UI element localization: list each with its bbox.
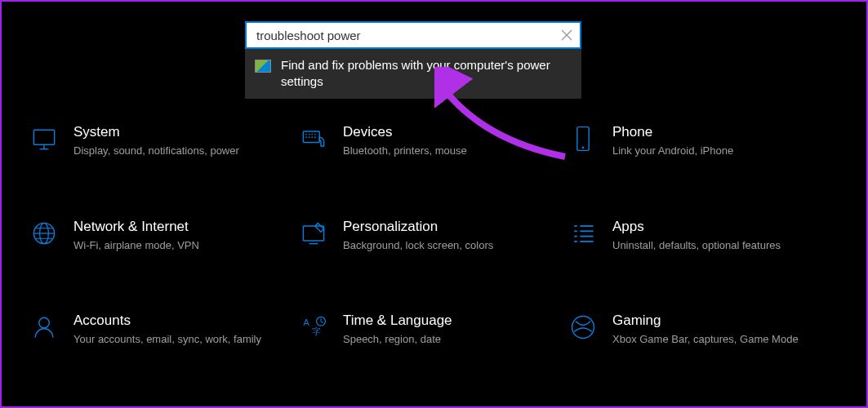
- accounts-icon: [29, 313, 59, 342]
- svg-text:A: A: [303, 317, 309, 327]
- tile-personalization[interactable]: Personalization Background, lock screen,…: [299, 219, 568, 253]
- troubleshoot-icon: [255, 60, 271, 73]
- tile-title: System: [73, 124, 239, 140]
- tile-devices[interactable]: Devices Bluetooth, printers, mouse: [299, 124, 568, 158]
- search-suggestion[interactable]: Find and fix problems with your computer…: [245, 49, 581, 99]
- tile-subtitle: Xbox Game Bar, captures, Game Mode: [612, 332, 799, 347]
- svg-text:字: 字: [312, 326, 321, 336]
- svg-point-13: [314, 136, 316, 138]
- personalization-icon: [299, 219, 328, 248]
- globe-icon: [29, 219, 59, 248]
- svg-point-12: [311, 136, 313, 138]
- tile-title: Accounts: [73, 313, 261, 329]
- tile-title: Gaming: [612, 313, 799, 329]
- search-container: Find and fix problems with your computer…: [245, 21, 581, 99]
- tile-subtitle: Wi-Fi, airplane mode, VPN: [73, 238, 199, 253]
- tile-time-language[interactable]: A 字 Time & Language Speech, region, date: [299, 313, 568, 347]
- svg-rect-21: [303, 226, 323, 241]
- tile-system[interactable]: System Display, sound, notifications, po…: [29, 124, 299, 158]
- tile-subtitle: Bluetooth, printers, mouse: [343, 144, 467, 158]
- search-input[interactable]: [256, 29, 560, 42]
- tile-title: Network & Internet: [73, 219, 199, 235]
- tile-subtitle: Your accounts, email, sync, work, family: [73, 332, 261, 347]
- svg-point-37: [572, 317, 594, 339]
- svg-point-10: [305, 136, 307, 138]
- tile-subtitle: Uninstall, defaults, optional features: [612, 238, 781, 253]
- svg-point-11: [309, 136, 310, 138]
- svg-point-7: [309, 134, 310, 135]
- tile-accounts[interactable]: Accounts Your accounts, email, sync, wor…: [29, 313, 299, 347]
- svg-point-31: [39, 317, 50, 328]
- devices-icon: [299, 124, 328, 153]
- tile-title: Apps: [612, 219, 781, 235]
- apps-icon: [568, 219, 598, 248]
- tile-subtitle: Link your Android, iPhone: [612, 144, 733, 158]
- tile-subtitle: Speech, region, date: [343, 332, 452, 347]
- clear-icon[interactable]: [560, 29, 573, 42]
- tile-title: Time & Language: [343, 313, 452, 329]
- svg-rect-2: [33, 130, 54, 144]
- system-icon: [29, 124, 59, 153]
- tile-title: Devices: [343, 124, 467, 140]
- tile-title: Personalization: [343, 219, 493, 235]
- tile-subtitle: Display, sound, notifications, power: [73, 144, 239, 158]
- gaming-icon: [568, 313, 598, 342]
- settings-grid: System Display, sound, notifications, po…: [29, 124, 850, 347]
- tile-network[interactable]: Network & Internet Wi-Fi, airplane mode,…: [29, 219, 299, 253]
- svg-point-6: [305, 134, 307, 135]
- tile-phone[interactable]: Phone Link your Android, iPhone: [568, 124, 838, 158]
- tile-title: Phone: [612, 124, 733, 140]
- tile-apps[interactable]: Apps Uninstall, defaults, optional featu…: [568, 219, 838, 253]
- svg-point-15: [582, 146, 585, 149]
- phone-icon: [568, 124, 598, 153]
- svg-point-8: [311, 134, 313, 135]
- tile-gaming[interactable]: Gaming Xbox Game Bar, captures, Game Mod…: [568, 313, 838, 347]
- svg-line-36: [321, 322, 323, 323]
- svg-point-9: [314, 134, 316, 135]
- suggestion-text: Find and fix problems with your computer…: [281, 57, 572, 91]
- search-box[interactable]: [245, 21, 581, 49]
- time-language-icon: A 字: [299, 313, 328, 342]
- tile-subtitle: Background, lock screen, colors: [343, 238, 493, 253]
